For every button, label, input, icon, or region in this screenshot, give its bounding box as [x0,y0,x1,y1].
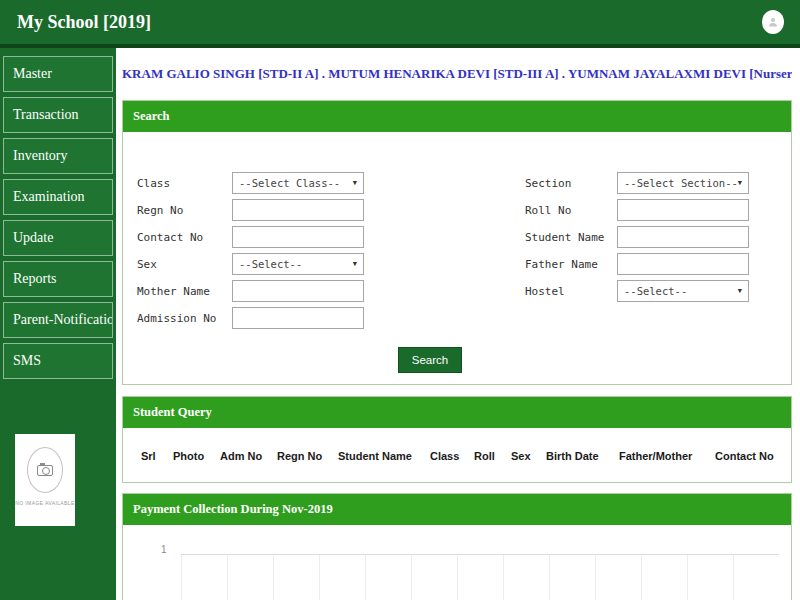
col-regn-no: Regn No [277,450,338,462]
user-icon [767,16,779,28]
roll-no-label: Roll No [525,204,617,217]
chart-plot-area [181,554,779,600]
search-button[interactable]: Search [398,347,462,373]
app-header: My School [2019] [0,0,800,48]
admission-no-input[interactable] [232,307,364,329]
student-query-table-header: Srl Photo Adm No Regn No Student Name Cl… [123,450,791,462]
sidebar-item-reports[interactable]: Reports [3,261,113,297]
payment-collection-chart: 1 [123,525,791,600]
search-panel: Search Class --Select Class-- ▼ Regn No [122,100,792,385]
sidebar-item-parent-notification[interactable]: Parent-Notification [3,302,113,338]
sidebar: Master Transaction Inventory Examination… [0,48,116,600]
sex-select-value: --Select-- [239,258,302,270]
app-window: My School [2019] Master Transaction Inve… [0,0,800,600]
hostel-select[interactable]: --Select-- ▼ [617,280,749,302]
father-name-input[interactable] [617,253,749,275]
col-contact-no: Contact No [715,450,785,462]
contact-no-label: Contact No [137,231,232,244]
section-label: Section [525,177,617,190]
section-select-value: --Select Section-- [624,177,738,189]
app-title: My School [2019] [17,0,151,44]
sidebar-item-master[interactable]: Master [3,56,113,92]
student-query-title: Student Query [123,397,791,428]
hostel-label: Hostel [525,285,617,298]
sidebar-item-transaction[interactable]: Transaction [3,97,113,133]
col-sex: Sex [511,450,546,462]
roll-no-input[interactable] [617,199,749,221]
col-class: Class [430,450,474,462]
chevron-down-icon: ▼ [353,179,357,187]
col-adm-no: Adm No [220,450,277,462]
col-birth-date: Birth Date [546,450,619,462]
admission-no-label: Admission No [137,312,232,325]
search-form: Class --Select Class-- ▼ Regn No Contact… [123,132,791,384]
class-select[interactable]: --Select Class-- ▼ [232,172,364,194]
sidebar-item-inventory[interactable]: Inventory [3,138,113,174]
chevron-down-icon: ▼ [738,287,742,295]
payment-collection-panel: Payment Collection During Nov-2019 1 [122,493,792,600]
mother-name-label: Mother Name [137,285,232,298]
student-name-input[interactable] [617,226,749,248]
hostel-select-value: --Select-- [624,285,687,297]
class-select-value: --Select Class-- [239,177,340,189]
col-photo: Photo [173,450,220,462]
chevron-down-icon: ▼ [738,179,742,187]
regn-no-label: Regn No [137,204,232,217]
camera-icon [37,465,53,476]
class-label: Class [137,177,232,190]
mother-name-input[interactable] [232,280,364,302]
sex-select[interactable]: --Select-- ▼ [232,253,364,275]
col-father-mother: Father/Mother [619,450,715,462]
search-panel-title: Search [123,101,791,132]
student-name-marquee: KRAM GALIO SINGH [STD-II A] . MUTUM HENA… [122,56,792,92]
y-axis-tick-1: 1 [161,544,167,555]
col-roll: Roll [474,450,511,462]
chevron-down-icon: ▼ [353,260,357,268]
sidebar-item-examination[interactable]: Examination [3,179,113,215]
student-name-label: Student Name [525,231,617,244]
col-student-name: Student Name [338,450,430,462]
regn-no-input[interactable] [232,199,364,221]
contact-no-input[interactable] [232,226,364,248]
father-name-label: Father Name [525,258,617,271]
section-select[interactable]: --Select Section-- ▼ [617,172,749,194]
sidebar-item-sms[interactable]: SMS [3,343,113,379]
student-photo-placeholder: NO IMAGE AVAILABLE [15,434,75,526]
payment-collection-title: Payment Collection During Nov-2019 [123,494,791,525]
no-image-oval [27,447,63,493]
sex-label: Sex [137,258,232,271]
col-srl: Srl [141,450,173,462]
main-content: KRAM GALIO SINGH [STD-II A] . MUTUM HENA… [122,48,792,600]
user-profile-button[interactable] [762,10,784,34]
no-image-label: NO IMAGE AVAILABLE [15,500,75,506]
student-query-panel: Student Query Srl Photo Adm No Regn No S… [122,396,792,483]
sidebar-item-update[interactable]: Update [3,220,113,256]
